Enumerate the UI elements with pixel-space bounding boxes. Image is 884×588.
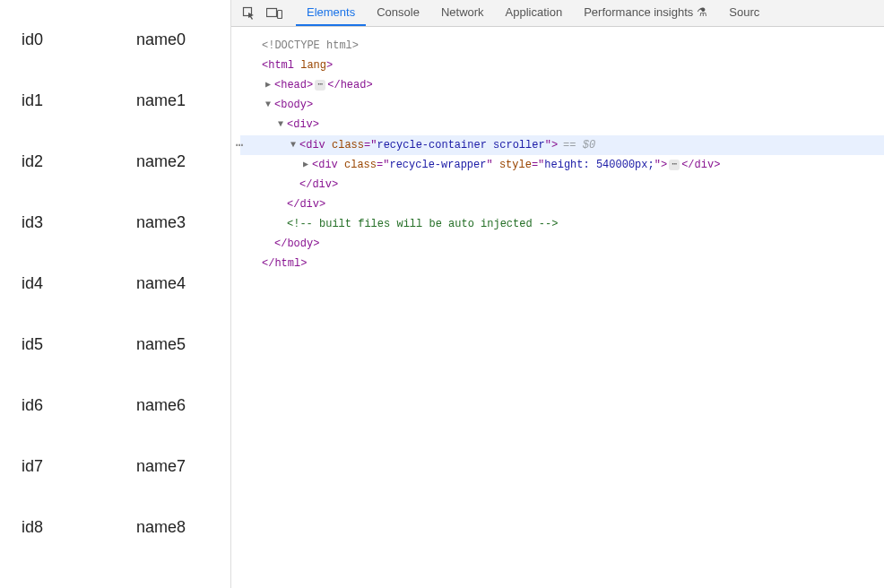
devtools-tabs: Elements Console Network Application Per… (296, 0, 770, 26)
collapse-arrow-icon[interactable] (265, 95, 274, 115)
row-id: id7 (22, 457, 136, 476)
dom-tree[interactable]: <!DOCTYPE html> <html lang> <head>⋯</hea… (231, 27, 884, 588)
list-item: id0 name0 (22, 9, 230, 70)
svg-rect-1 (267, 8, 277, 16)
list-item: id7 name7 (22, 436, 230, 497)
row-id: id8 (22, 518, 136, 537)
devtools-toolbar: Elements Console Network Application Per… (231, 0, 884, 27)
list-item: id1 name1 (22, 70, 230, 131)
devtools-panel: Elements Console Network Application Per… (231, 0, 884, 588)
tab-network[interactable]: Network (430, 0, 495, 26)
row-name: name4 (136, 274, 230, 293)
dom-node-div-open[interactable]: <div> (240, 115, 884, 134)
tab-label: Console (377, 5, 420, 19)
list-item: id5 name5 (22, 314, 230, 375)
dom-node-head[interactable]: <head>⋯</head> (240, 75, 884, 95)
row-id: id6 (22, 396, 136, 415)
flask-icon: ⚗ (697, 5, 707, 19)
rendered-page-panel[interactable]: id0 name0 id1 name1 id2 name2 id3 name3 … (0, 0, 231, 588)
tab-application[interactable]: Application (495, 0, 574, 26)
tab-label: Sourc (729, 5, 759, 19)
dom-node-body-open[interactable]: <body> (240, 95, 884, 115)
tab-label: Application (506, 5, 563, 19)
dom-node-div-close[interactable]: </div> (240, 175, 884, 195)
dom-node-html-open[interactable]: <html lang> (240, 56, 884, 75)
tab-label: Performance insights (584, 5, 693, 19)
ellipsis-icon[interactable]: ⋯ (315, 80, 325, 91)
row-id: id1 (22, 91, 136, 110)
expand-arrow-icon[interactable] (265, 75, 274, 95)
device-toggle-icon[interactable] (264, 3, 285, 24)
row-name: name1 (136, 91, 230, 110)
list-item: id4 name4 (22, 253, 230, 314)
dom-node-comment[interactable]: <!-- built files will be auto injected -… (240, 214, 884, 234)
dom-node-doctype[interactable]: <!DOCTYPE html> (240, 36, 884, 56)
tab-label: Network (441, 5, 484, 19)
row-name: name2 (136, 152, 230, 171)
row-id: id4 (22, 274, 136, 293)
row-name: name3 (136, 213, 230, 232)
row-name: name5 (136, 335, 230, 354)
row-id: id0 (22, 30, 136, 49)
row-id: id3 (22, 213, 136, 232)
tab-console[interactable]: Console (366, 0, 430, 26)
tab-sources[interactable]: Sourc (718, 0, 770, 26)
expand-arrow-icon[interactable] (303, 155, 312, 175)
row-name: name7 (136, 457, 230, 476)
row-name: name8 (136, 518, 230, 537)
list-item: id2 name2 (22, 131, 230, 192)
dom-node-html-close[interactable]: </html> (240, 254, 884, 273)
dom-node-selected[interactable]: <div class="recycle-container scroller">… (240, 135, 884, 155)
dom-node-body-close[interactable]: </body> (240, 234, 884, 254)
inspect-icon[interactable] (238, 3, 260, 24)
dom-node-div-close[interactable]: </div> (240, 195, 884, 214)
svg-rect-2 (278, 10, 282, 18)
list-item: id3 name3 (22, 192, 230, 253)
ellipsis-icon[interactable]: ⋯ (669, 160, 680, 170)
row-name: name6 (136, 396, 230, 415)
tab-label: Elements (307, 5, 355, 19)
list-item: id8 name8 (22, 497, 230, 558)
row-id: id2 (22, 152, 136, 171)
collapse-arrow-icon[interactable] (290, 135, 299, 155)
collapse-arrow-icon[interactable] (278, 115, 287, 134)
dom-node-wrapper[interactable]: <div class="recycle-wrapper" style="heig… (240, 155, 884, 175)
tab-performance-insights[interactable]: Performance insights ⚗ (573, 0, 718, 26)
list-item: id6 name6 (22, 375, 230, 436)
tab-elements[interactable]: Elements (296, 0, 366, 26)
row-name: name0 (136, 30, 230, 49)
row-id: id5 (22, 335, 136, 354)
